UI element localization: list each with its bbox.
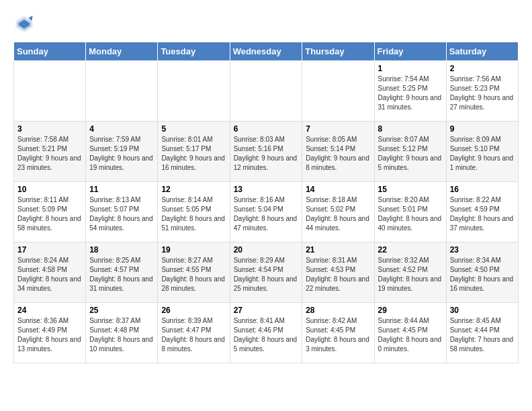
day-info: Sunrise: 8:29 AM Sunset: 4:54 PM Dayligh… — [234, 256, 299, 293]
day-info: Sunrise: 7:58 AM Sunset: 5:21 PM Dayligh… — [17, 135, 82, 173]
calendar-cell: 7Sunrise: 8:05 AM Sunset: 5:14 PM Daylig… — [302, 122, 374, 182]
calendar-cell: 23Sunrise: 8:34 AM Sunset: 4:50 PM Dayli… — [446, 242, 518, 303]
page-header — [13, 13, 519, 35]
calendar-cell: 18Sunrise: 8:25 AM Sunset: 4:57 PM Dayli… — [86, 242, 158, 303]
calendar-cell: 20Sunrise: 8:29 AM Sunset: 4:54 PM Dayli… — [230, 242, 302, 303]
calendar-header-saturday: Saturday — [446, 42, 518, 61]
day-number: 15 — [378, 185, 443, 194]
day-number: 14 — [306, 185, 370, 194]
calendar-cell: 6Sunrise: 8:03 AM Sunset: 5:16 PM Daylig… — [230, 122, 302, 182]
calendar-header-monday: Monday — [86, 42, 158, 61]
day-number: 18 — [89, 245, 154, 255]
calendar-cell: 14Sunrise: 8:18 AM Sunset: 5:02 PM Dayli… — [302, 182, 374, 242]
day-number: 30 — [450, 306, 515, 315]
day-info: Sunrise: 8:11 AM Sunset: 5:09 PM Dayligh… — [17, 195, 82, 233]
day-number: 20 — [234, 245, 299, 255]
day-info: Sunrise: 8:16 AM Sunset: 5:04 PM Dayligh… — [234, 195, 299, 233]
day-number: 2 — [450, 64, 515, 73]
day-info: Sunrise: 7:56 AM Sunset: 5:23 PM Dayligh… — [450, 75, 515, 112]
day-info: Sunrise: 8:31 AM Sunset: 4:53 PM Dayligh… — [306, 256, 370, 293]
calendar-week-row: 3Sunrise: 7:58 AM Sunset: 5:21 PM Daylig… — [14, 122, 519, 182]
calendar-cell: 22Sunrise: 8:32 AM Sunset: 4:52 PM Dayli… — [374, 242, 446, 303]
calendar-cell: 17Sunrise: 8:24 AM Sunset: 4:58 PM Dayli… — [14, 242, 86, 303]
calendar-header-sunday: Sunday — [14, 42, 86, 61]
day-number: 26 — [161, 306, 226, 315]
calendar-header-tuesday: Tuesday — [158, 42, 230, 61]
day-info: Sunrise: 7:54 AM Sunset: 5:25 PM Dayligh… — [378, 75, 443, 112]
calendar-header-wednesday: Wednesday — [230, 42, 302, 61]
calendar-cell: 24Sunrise: 8:36 AM Sunset: 4:49 PM Dayli… — [14, 303, 86, 363]
calendar-cell: 11Sunrise: 8:13 AM Sunset: 5:07 PM Dayli… — [86, 182, 158, 242]
calendar-cell — [86, 61, 158, 122]
calendar-cell: 27Sunrise: 8:41 AM Sunset: 4:46 PM Dayli… — [230, 303, 302, 363]
calendar-cell: 4Sunrise: 7:59 AM Sunset: 5:19 PM Daylig… — [86, 122, 158, 182]
calendar-cell: 29Sunrise: 8:44 AM Sunset: 4:45 PM Dayli… — [374, 303, 446, 363]
day-info: Sunrise: 8:03 AM Sunset: 5:16 PM Dayligh… — [234, 135, 299, 173]
day-info: Sunrise: 8:13 AM Sunset: 5:07 PM Dayligh… — [89, 195, 154, 233]
day-info: Sunrise: 8:25 AM Sunset: 4:57 PM Dayligh… — [89, 256, 154, 293]
calendar-week-row: 1Sunrise: 7:54 AM Sunset: 5:25 PM Daylig… — [14, 61, 519, 122]
day-info: Sunrise: 8:22 AM Sunset: 4:59 PM Dayligh… — [450, 195, 515, 233]
day-number: 8 — [378, 124, 443, 134]
calendar-cell — [230, 61, 302, 122]
calendar-table: SundayMondayTuesdayWednesdayThursdayFrid… — [13, 42, 519, 363]
day-info: Sunrise: 8:05 AM Sunset: 5:14 PM Dayligh… — [306, 135, 370, 173]
calendar-cell — [302, 61, 374, 122]
calendar-cell: 15Sunrise: 8:20 AM Sunset: 5:01 PM Dayli… — [374, 182, 446, 242]
calendar-header-friday: Friday — [374, 42, 446, 61]
day-number: 7 — [306, 124, 370, 134]
day-number: 24 — [17, 306, 82, 315]
day-info: Sunrise: 8:34 AM Sunset: 4:50 PM Dayligh… — [450, 256, 515, 293]
day-info: Sunrise: 7:59 AM Sunset: 5:19 PM Dayligh… — [89, 135, 154, 173]
calendar-cell: 12Sunrise: 8:14 AM Sunset: 5:05 PM Dayli… — [158, 182, 230, 242]
day-info: Sunrise: 8:01 AM Sunset: 5:17 PM Dayligh… — [161, 135, 226, 173]
day-info: Sunrise: 8:20 AM Sunset: 5:01 PM Dayligh… — [378, 195, 443, 233]
calendar-cell: 26Sunrise: 8:39 AM Sunset: 4:47 PM Dayli… — [158, 303, 230, 363]
day-number: 1 — [378, 64, 443, 73]
day-number: 10 — [17, 185, 82, 194]
day-number: 25 — [89, 306, 154, 315]
day-number: 16 — [450, 185, 515, 194]
calendar-cell — [14, 61, 86, 122]
day-info: Sunrise: 8:37 AM Sunset: 4:48 PM Dayligh… — [89, 316, 154, 354]
calendar-cell: 5Sunrise: 8:01 AM Sunset: 5:17 PM Daylig… — [158, 122, 230, 182]
calendar-cell: 9Sunrise: 8:09 AM Sunset: 5:10 PM Daylig… — [446, 122, 518, 182]
day-info: Sunrise: 8:14 AM Sunset: 5:05 PM Dayligh… — [161, 195, 226, 233]
day-number: 3 — [17, 124, 82, 134]
calendar-cell: 30Sunrise: 8:45 AM Sunset: 4:44 PM Dayli… — [446, 303, 518, 363]
logo — [13, 13, 38, 35]
day-info: Sunrise: 8:27 AM Sunset: 4:55 PM Dayligh… — [161, 256, 226, 293]
calendar-cell: 16Sunrise: 8:22 AM Sunset: 4:59 PM Dayli… — [446, 182, 518, 242]
calendar-cell: 19Sunrise: 8:27 AM Sunset: 4:55 PM Dayli… — [158, 242, 230, 303]
calendar-cell: 2Sunrise: 7:56 AM Sunset: 5:23 PM Daylig… — [446, 61, 518, 122]
calendar-week-row: 10Sunrise: 8:11 AM Sunset: 5:09 PM Dayli… — [14, 182, 519, 242]
day-number: 5 — [161, 124, 226, 134]
calendar-header-row: SundayMondayTuesdayWednesdayThursdayFrid… — [14, 42, 519, 61]
day-info: Sunrise: 8:36 AM Sunset: 4:49 PM Dayligh… — [17, 316, 82, 354]
calendar-cell — [158, 61, 230, 122]
day-info: Sunrise: 8:32 AM Sunset: 4:52 PM Dayligh… — [378, 256, 443, 293]
calendar-week-row: 24Sunrise: 8:36 AM Sunset: 4:49 PM Dayli… — [14, 303, 519, 363]
day-number: 17 — [17, 245, 82, 255]
day-number: 9 — [450, 124, 515, 134]
day-number: 6 — [234, 124, 299, 134]
day-number: 27 — [234, 306, 299, 315]
day-number: 19 — [161, 245, 226, 255]
day-info: Sunrise: 8:44 AM Sunset: 4:45 PM Dayligh… — [378, 316, 443, 354]
calendar-week-row: 17Sunrise: 8:24 AM Sunset: 4:58 PM Dayli… — [14, 242, 519, 303]
logo-icon — [13, 13, 35, 35]
calendar-cell: 3Sunrise: 7:58 AM Sunset: 5:21 PM Daylig… — [14, 122, 86, 182]
day-number: 4 — [89, 124, 154, 134]
day-info: Sunrise: 8:09 AM Sunset: 5:10 PM Dayligh… — [450, 135, 515, 173]
day-number: 21 — [306, 245, 370, 255]
day-number: 29 — [378, 306, 443, 315]
calendar-cell: 10Sunrise: 8:11 AM Sunset: 5:09 PM Dayli… — [14, 182, 86, 242]
day-info: Sunrise: 8:18 AM Sunset: 5:02 PM Dayligh… — [306, 195, 370, 233]
day-info: Sunrise: 8:45 AM Sunset: 4:44 PM Dayligh… — [450, 316, 515, 354]
day-number: 13 — [234, 185, 299, 194]
day-info: Sunrise: 8:42 AM Sunset: 4:45 PM Dayligh… — [306, 316, 370, 354]
day-number: 11 — [89, 185, 154, 194]
day-info: Sunrise: 8:24 AM Sunset: 4:58 PM Dayligh… — [17, 256, 82, 293]
day-number: 22 — [378, 245, 443, 255]
calendar-cell: 8Sunrise: 8:07 AM Sunset: 5:12 PM Daylig… — [374, 122, 446, 182]
